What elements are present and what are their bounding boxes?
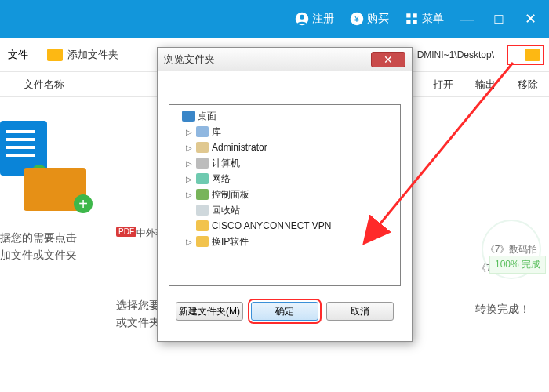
expand-icon[interactable]: ▷ (185, 175, 193, 183)
tree-item[interactable]: 桌面 (171, 108, 398, 124)
add-folder-button[interactable]: 添加文件夹 (36, 48, 129, 62)
new-folder-button[interactable]: 新建文件夹(M) (176, 302, 243, 321)
folder-icon (196, 220, 209, 231)
net-icon (196, 173, 209, 184)
tree-item-label: 回收站 (212, 204, 240, 217)
lib-icon (196, 126, 209, 137)
pdf-badge-icon: PDF (116, 227, 136, 237)
progress-done-badge: 100% 完成 (489, 256, 546, 274)
done-text: 转换完成！ (475, 303, 530, 317)
menu-link[interactable]: 菜单 (397, 0, 452, 38)
buy-link[interactable]: ¥ 购买 (342, 0, 397, 38)
path-crumb: DMINI~1\Desktop\ (417, 49, 494, 60)
pc-icon (196, 158, 209, 169)
app-titlebar: 注册 ¥ 购买 菜单 — □ ✕ (0, 0, 549, 38)
expand-icon[interactable]: ▷ (185, 238, 193, 246)
menu-label: 菜单 (422, 12, 444, 26)
folder-icon (47, 49, 63, 61)
tree-item-label: 换IP软件 (212, 235, 249, 249)
tree-item-label: 控制面板 (212, 188, 249, 201)
tree-item-label: 网络 (212, 172, 231, 186)
expand-icon[interactable]: ▷ (185, 191, 193, 199)
empty-state-text: 据您的需要点击 加文件或文件夹 (0, 229, 102, 263)
dialog-titlebar: 浏览文件夹 ✕ (158, 48, 412, 71)
maximize-button[interactable]: □ (483, 0, 514, 38)
tree-item[interactable]: ▷Administrator (171, 140, 398, 155)
tree-item-label: Administrator (212, 142, 267, 153)
tree-item-label: 计算机 (212, 157, 240, 170)
svg-rect-7 (413, 20, 417, 24)
output-folder-button[interactable] (507, 45, 544, 65)
desktop-icon (182, 111, 195, 122)
tree-item-label: 桌面 (198, 110, 216, 123)
tree-item[interactable]: ▷换IP软件 (171, 234, 398, 249)
dialog-title: 浏览文件夹 (164, 53, 215, 67)
col-open[interactable]: 打开 (422, 78, 464, 92)
tree-item[interactable]: 回收站 (171, 202, 398, 218)
browse-folder-dialog: 浏览文件夹 ✕ 桌面▷库▷Administrator▷计算机▷网络▷控制面板 回… (157, 47, 413, 342)
register-label: 注册 (312, 12, 334, 26)
expand-icon[interactable]: ▷ (185, 143, 193, 152)
tree-item-label: 库 (212, 125, 221, 139)
buy-label: 购买 (367, 12, 389, 26)
empty-state-icon: + + (0, 121, 94, 219)
file-tab-label: 文件 (0, 48, 36, 62)
ctrl-icon (196, 189, 209, 200)
dialog-close-button[interactable]: ✕ (371, 52, 405, 67)
svg-rect-5 (413, 13, 417, 17)
col-export[interactable]: 输出 (464, 78, 507, 92)
expand-icon[interactable]: ▷ (185, 128, 193, 136)
svg-rect-4 (406, 13, 410, 17)
ok-button[interactable]: 确定 (251, 302, 318, 321)
bin-icon (196, 205, 209, 216)
yen-circle-icon: ¥ (350, 12, 364, 26)
dialog-buttons: 新建文件夹(M) 确定 取消 (158, 297, 412, 330)
tree-item-label: CISCO ANYCONNECT VPN (212, 220, 331, 231)
register-link[interactable]: 注册 (287, 0, 342, 38)
grid-icon (405, 12, 419, 26)
folder-icon (525, 49, 540, 61)
svg-rect-6 (406, 20, 410, 24)
folder-icon (196, 236, 209, 247)
svg-text:¥: ¥ (354, 14, 359, 24)
cancel-button[interactable]: 取消 (326, 302, 394, 321)
minimize-button[interactable]: — (452, 0, 483, 38)
user-circle-icon (295, 12, 309, 26)
add-folder-label: 添加文件夹 (67, 48, 118, 62)
tree-item[interactable]: ▷控制面板 (171, 187, 398, 202)
folder-tree[interactable]: 桌面▷库▷Administrator▷计算机▷网络▷控制面板 回收站 CISCO… (169, 104, 401, 286)
tree-item[interactable]: ▷网络 (171, 171, 398, 187)
tree-item[interactable]: ▷库 (171, 124, 398, 140)
tree-item[interactable]: CISCO ANYCONNECT VPN (171, 218, 398, 234)
svg-point-1 (300, 15, 304, 20)
col-remove[interactable]: 移除 (507, 78, 549, 92)
expand-icon[interactable]: ▷ (185, 159, 193, 168)
tree-item[interactable]: ▷计算机 (171, 155, 398, 171)
user-icon (196, 142, 209, 153)
close-button[interactable]: ✕ (514, 0, 546, 38)
